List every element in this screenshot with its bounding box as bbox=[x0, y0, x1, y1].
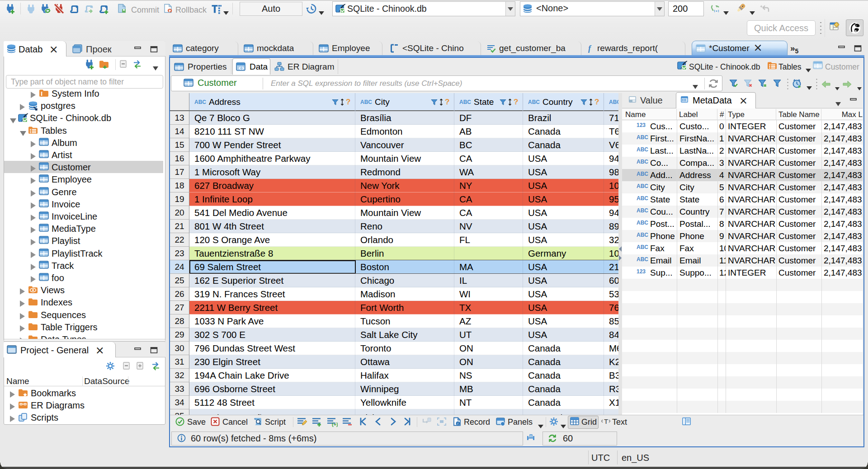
svg-text:f: f bbox=[588, 44, 592, 53]
svg-text:(+): (+) bbox=[332, 422, 338, 427]
svg-text:T: T bbox=[604, 417, 608, 425]
